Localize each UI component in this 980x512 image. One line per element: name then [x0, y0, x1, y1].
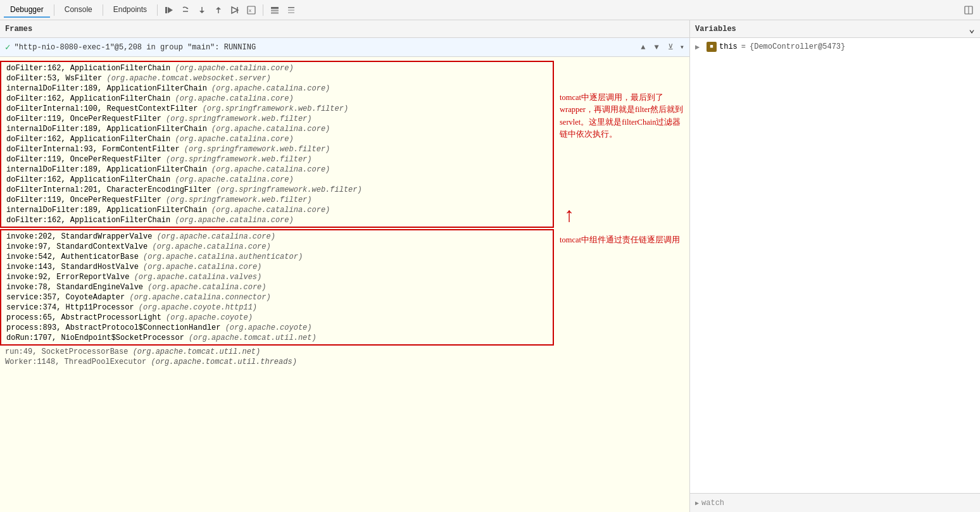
stack-group-2: invoke:202, StandardWrapperValve (org.ap…: [0, 229, 554, 346]
stack-line[interactable]: invoke:78, StandardEngineValve (org.apac…: [1, 282, 553, 292]
variables-panel: Variables ⌄ ▶ ■ this = {DemoController@5…: [690, 20, 980, 512]
expand-icon[interactable]: ▶: [695, 42, 704, 52]
thread-check-icon: ✓: [5, 42, 10, 53]
svg-rect-12: [271, 9, 279, 11]
scroll-up-icon[interactable]: ▲: [638, 42, 648, 53]
tab-debugger[interactable]: Debugger: [4, 3, 50, 18]
stack-line[interactable]: internalDoFilter:189, ApplicationFilterC…: [1, 124, 553, 134]
rerun-icon[interactable]: [161, 3, 177, 18]
stack-line[interactable]: internalDoFilter:189, ApplicationFilterC…: [1, 84, 553, 94]
var-equals: =: [741, 42, 746, 51]
stack-line[interactable]: doFilterInternal:100, RequestContextFilt…: [1, 104, 553, 114]
stack-line-plain[interactable]: run:49, SocketProcessorBase (org.apache.…: [0, 347, 556, 357]
stack-line[interactable]: doFilter:119, OncePerRequestFilter (org.…: [1, 195, 553, 205]
var-name-this: this: [719, 42, 738, 51]
stack-content[interactable]: doFilter:162, ApplicationFilterChain (or…: [0, 57, 689, 512]
frames-header: Frames: [0, 20, 689, 38]
variable-row-this[interactable]: ▶ ■ this = {DemoController@5473}: [690, 41, 980, 53]
variables-collapse-icon[interactable]: ⌄: [969, 23, 975, 35]
toolbar-separator-4: [263, 4, 263, 16]
svg-marker-6: [216, 7, 221, 9]
scroll-down-icon[interactable]: ▼: [652, 42, 662, 53]
stack-line[interactable]: doFilterInternal:93, FormContentFilter (…: [1, 144, 553, 154]
stack-line[interactable]: doFilter:162, ApplicationFilterChain (or…: [1, 134, 553, 144]
stack-line[interactable]: doFilterInternal:201, CharacterEncodingF…: [1, 185, 553, 195]
thread-label: "http-nio-8080-exec-1"@5,208 in group "m…: [14, 43, 634, 52]
tab-endpoints[interactable]: Endpoints: [107, 3, 153, 18]
stack-line[interactable]: invoke:143, StandardHostValve (org.apach…: [1, 262, 553, 272]
variables-content: ▶ ■ this = {DemoController@5473}: [690, 38, 980, 493]
toolbar: Debugger Console Endpoints x: [0, 0, 980, 20]
toolbar-right-controls: [961, 3, 976, 18]
main-area: Frames ✓ "http-nio-8080-exec-1"@5,208 in…: [0, 20, 980, 512]
watch-label: watch: [701, 499, 724, 508]
stack-line[interactable]: internalDoFilter:189, ApplicationFilterC…: [1, 205, 553, 215]
var-value-this: {DemoController@5473}: [750, 42, 845, 51]
frames-icon[interactable]: [267, 3, 282, 18]
stack-group-1: doFilter:162, ApplicationFilterChain (or…: [0, 61, 554, 228]
tab-console[interactable]: Console: [58, 3, 99, 18]
stack-line[interactable]: process:893, AbstractProtocol$Connection…: [1, 323, 553, 333]
toolbar-separator-3: [157, 4, 158, 16]
threads-icon[interactable]: [284, 3, 299, 18]
stack-line[interactable]: service:374, Http11Processor (org.apache…: [1, 303, 553, 313]
svg-rect-0: [165, 7, 167, 13]
stack-line[interactable]: invoke:542, AuthenticatorBase (org.apach…: [1, 252, 553, 262]
toolbar-separator-2: [103, 4, 103, 16]
step-into-icon[interactable]: [194, 3, 210, 18]
layout-icon[interactable]: [961, 3, 976, 18]
watch-section[interactable]: ▶ watch: [690, 493, 980, 512]
stack-line[interactable]: doFilter:162, ApplicationFilterChain (or…: [1, 94, 553, 104]
thread-row[interactable]: ✓ "http-nio-8080-exec-1"@5,208 in group …: [0, 38, 689, 57]
run-to-cursor-icon[interactable]: [227, 3, 242, 18]
stack-line[interactable]: process:65, AbstractProcessorLight (org.…: [1, 313, 553, 323]
stack-line[interactable]: doFilter:162, ApplicationFilterChain (or…: [1, 175, 553, 185]
stack-line[interactable]: doFilter:53, WsFilter (org.apache.tomcat…: [1, 73, 553, 84]
frames-title: Frames: [5, 25, 32, 34]
svg-rect-13: [271, 12, 279, 14]
svg-rect-11: [271, 7, 279, 9]
variables-header: Variables ⌄: [690, 20, 980, 38]
evaluate-icon[interactable]: x: [244, 3, 259, 18]
filter-icon[interactable]: ⊻: [665, 41, 676, 53]
var-type-icon: ■: [707, 42, 717, 52]
stack-line-plain[interactable]: Worker:1148, ThreadPoolExecutor (org.apa…: [0, 357, 556, 367]
stack-line[interactable]: doRun:1707, NioEndpoint$SocketProcessor …: [1, 333, 553, 343]
stack-line[interactable]: invoke:92, ErrorReportValve (org.apache.…: [1, 272, 553, 282]
svg-marker-1: [168, 7, 173, 13]
svg-marker-4: [199, 11, 204, 13]
stack-line[interactable]: doFilter:119, OncePerRequestFilter (org.…: [1, 114, 553, 124]
frames-panel: Frames ✓ "http-nio-8080-exec-1"@5,208 in…: [0, 20, 690, 512]
step-over-icon[interactable]: [178, 3, 193, 18]
watch-expand-icon: ▶: [695, 499, 699, 507]
svg-text:x: x: [249, 8, 251, 13]
stack-line[interactable]: invoke:97, StandardContextValve (org.apa…: [1, 242, 553, 252]
step-out-icon[interactable]: [211, 3, 226, 18]
thread-dropdown-icon[interactable]: ▾: [680, 42, 684, 52]
stack-line[interactable]: invoke:202, StandardWrapperValve (org.ap…: [1, 232, 553, 242]
toolbar-separator-1: [54, 4, 54, 16]
stack-line[interactable]: internalDoFilter:189, ApplicationFilterC…: [1, 165, 553, 175]
variables-title: Variables: [695, 25, 736, 34]
stack-line[interactable]: doFilter:119, OncePerRequestFilter (org.…: [1, 154, 553, 165]
stack-line[interactable]: service:357, CoyoteAdapter (org.apache.c…: [1, 292, 553, 303]
stack-line[interactable]: doFilter:162, ApplicationFilterChain (or…: [1, 215, 553, 225]
stack-line[interactable]: doFilter:162, ApplicationFilterChain (or…: [1, 63, 553, 73]
